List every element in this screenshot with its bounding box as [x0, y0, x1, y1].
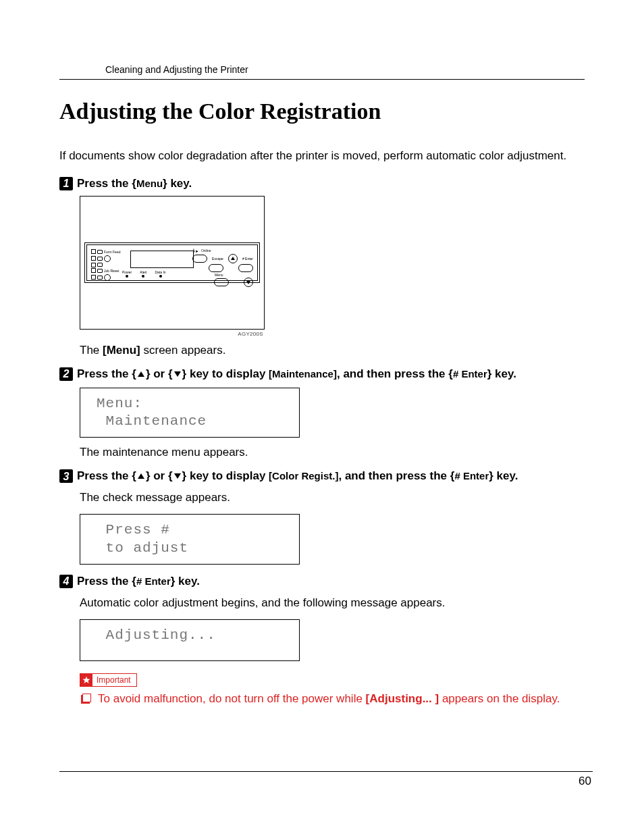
- step-4-heading: 4 Press the {# Enter} key.: [59, 574, 585, 590]
- step-2-result: The maintenance menu appears.: [80, 446, 585, 459]
- step-2-heading: 2 Press the {} or {} key to display [Mai…: [59, 367, 585, 382]
- step-number-icon: 1: [59, 177, 73, 190]
- maintenance-label: Maintenance: [272, 368, 333, 380]
- step-3-text: Press the {} or {} key to display [Color…: [77, 469, 585, 484]
- printer-panel-figure: Form Feed Job Reset ┣►Online Escape: [80, 196, 265, 330]
- step-2-text: Press the {} or {} key to display [Maint…: [77, 367, 585, 382]
- text: To avoid malfunction, do not turn off th…: [98, 692, 366, 705]
- panel-label-datain: Data In: [155, 270, 165, 274]
- text: Press the: [77, 177, 132, 190]
- step-number-icon: 2: [59, 367, 73, 381]
- panel-label-alert: Alert: [140, 270, 146, 274]
- important-tag: Important: [80, 673, 137, 687]
- panel-label-online: Online: [201, 249, 211, 253]
- up-arrow-button-icon: [228, 254, 238, 263]
- enter-key-label: # Enter: [136, 575, 171, 587]
- star-icon: [80, 674, 92, 686]
- panel-label-escape: Escape: [212, 257, 223, 261]
- page-number: 60: [579, 775, 591, 788]
- step-1-heading: 1 Press the {Menu} key.: [59, 176, 585, 192]
- text: key.: [167, 177, 192, 190]
- lcd-text: Menu: Maintenance: [97, 395, 286, 431]
- step-1-text: Press the {Menu} key.: [77, 176, 585, 192]
- text: appears on the display.: [439, 692, 560, 705]
- running-head: Cleaning and Adjusting the Printer: [59, 64, 585, 79]
- step-number-icon: 4: [59, 575, 73, 588]
- panel-label-jobreset: Job Reset: [104, 268, 119, 273]
- step-3: 3 Press the {} or {} key to display [Col…: [59, 469, 585, 564]
- important-label: Important: [92, 675, 136, 685]
- step-4: 4 Press the {# Enter} key. Automatic col…: [59, 574, 585, 707]
- document-page: Cleaning and Adjusting the Printer Adjus…: [0, 0, 644, 834]
- bullet-icon: [82, 694, 91, 702]
- step-1-result: The [Menu] screen appears.: [80, 344, 585, 357]
- header-rule: [59, 79, 585, 80]
- enter-key-label: # Enter: [453, 368, 487, 380]
- menu-key-label: Menu: [136, 178, 163, 189]
- adjusting-bold-label: [Adjusting... ]: [366, 692, 439, 705]
- footer-rule: [59, 771, 593, 772]
- step-3-result: The check message appears.: [80, 491, 585, 504]
- down-arrow-icon: [173, 471, 182, 481]
- step-3-heading: 3 Press the {} or {} key to display [Col…: [59, 469, 585, 484]
- panel-label-enter: # Enter: [242, 257, 253, 261]
- panel-label-power: Power: [122, 270, 132, 274]
- step-2: 2 Press the {} or {} key to display [Mai…: [59, 367, 585, 459]
- step-1: 1 Press the {Menu} key. Form Feed Job Re…: [59, 176, 585, 357]
- step-4-text: Press the {# Enter} key.: [77, 574, 585, 590]
- up-arrow-icon: [136, 369, 146, 379]
- svg-marker-0: [83, 676, 90, 683]
- panel-label-formfeed: Form Feed: [104, 249, 120, 255]
- color-regist-label: Color Regist.: [272, 470, 335, 481]
- step-number-icon: 3: [59, 469, 73, 483]
- lcd-press-to-adjust: Press # to adjust: [80, 514, 300, 565]
- panel-lcd-icon: [130, 251, 194, 268]
- lcd-text: Press # to adjust: [97, 521, 286, 557]
- intro-paragraph: If documents show color degradation afte…: [59, 149, 585, 164]
- up-arrow-icon: [136, 471, 146, 481]
- lcd-menu-maintenance: Menu: Maintenance: [80, 388, 300, 438]
- page-title: Adjusting the Color Registration: [59, 99, 585, 124]
- down-arrow-button-icon: [244, 278, 253, 287]
- panel-label-menu: Menu: [215, 273, 223, 277]
- down-arrow-icon: [173, 369, 182, 379]
- figure-code: AGY200S: [80, 331, 263, 337]
- lcd-text: Adjusting...: [97, 627, 286, 644]
- important-note: To avoid malfunction, do not turn off th…: [82, 691, 585, 707]
- lcd-adjusting: Adjusting...: [80, 619, 300, 661]
- step-4-result: Automatic color adjustment begins, and t…: [80, 596, 585, 610]
- enter-key-label: # Enter: [454, 470, 489, 481]
